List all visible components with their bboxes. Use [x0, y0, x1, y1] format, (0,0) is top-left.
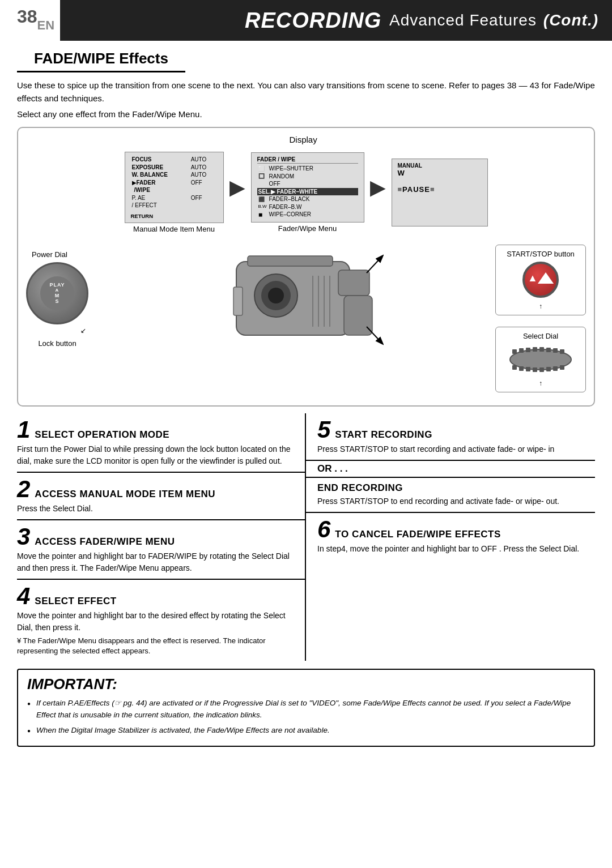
step-3: 3 ACCESS FADER/WIPE MENU Move the pointe…	[17, 520, 305, 580]
svg-rect-28	[546, 367, 551, 371]
page-header: 38EN RECORDING Advanced Features (Cont.)	[0, 0, 612, 41]
menu2-caption: Fader/Wipe Menu	[278, 224, 337, 233]
manual-w: W	[398, 169, 405, 177]
or-text: OR . . .	[317, 463, 348, 474]
manual-label: MANUAL	[398, 163, 422, 169]
important-title: IMPORTANT:	[27, 675, 585, 693]
step-2-body: Press the Select Dial.	[17, 503, 297, 515]
svg-rect-4	[338, 270, 369, 296]
svg-rect-23	[512, 365, 517, 370]
step-1: 1 SELECT OPERATION MODE First turn the P…	[17, 413, 305, 473]
svg-rect-6	[344, 296, 372, 335]
step-6-number: 6	[317, 518, 330, 541]
power-dial: PLAY A M S	[26, 262, 88, 324]
select-dial-arrow-up: ↑	[539, 379, 542, 387]
manual-mode-menu-screen: FOCUSAUTO EXPOSUREAUTO W. BALANCEAUTO ▶F…	[125, 152, 224, 223]
svg-rect-19	[539, 347, 544, 352]
intro-text: Use these to spice up the transition fro…	[0, 75, 612, 107]
power-dial-area: Power Dial PLAY A M S ↙ Lock button	[26, 250, 88, 348]
step-6: 6 TO CANCEL FADE/WIPE EFFECTS In step4, …	[306, 513, 595, 559]
step-6-title: TO CANCEL FADE/WIPE EFFECTS	[335, 529, 500, 540]
svg-rect-5	[248, 256, 333, 266]
title-cont: (Cont.)	[543, 11, 598, 29]
steps-section: 1 SELECT OPERATION MODE First turn the P…	[17, 413, 595, 661]
page-num-text: 38	[17, 6, 37, 27]
svg-rect-27	[539, 367, 544, 372]
step-2-title: ACCESS MANUAL MODE ITEM MENU	[35, 489, 215, 500]
step-2: 2 ACCESS MANUAL MODE ITEM MENU Press the…	[17, 473, 305, 520]
step-4-title: SELECT EFFECT	[35, 596, 116, 607]
dial-arrow: ↙	[80, 327, 86, 335]
arrow-1: ▶	[230, 176, 245, 199]
important-bullet-1: If certain P.AE/Effects (☞ pg. 44) are a…	[27, 698, 585, 721]
pause-line: ≡PAUSE≡	[398, 185, 435, 194]
step-3-title: ACCESS FADER/WIPE MENU	[35, 536, 175, 548]
svg-rect-21	[553, 348, 558, 353]
step-3-number: 3	[17, 525, 30, 549]
step-3-body: Move the pointer and highlight bar to FA…	[17, 550, 297, 574]
svg-rect-26	[533, 367, 537, 372]
svg-rect-18	[533, 347, 537, 352]
step-5-title: START RECORDING	[335, 429, 432, 441]
step-1-title: SELECT OPERATION MODE	[35, 429, 169, 441]
step-5-number: 5	[317, 418, 330, 442]
title-advanced: Advanced Features	[389, 11, 537, 29]
manual-pause-screen: MANUAL W ≡PAUSE≡	[392, 159, 488, 226]
step-1-body: First turn the Power Dial to while press…	[17, 443, 297, 467]
start-stop-arrow-icon: ▲	[528, 272, 538, 284]
step-5-body: Press START/STOP to start recording and …	[317, 443, 587, 455]
step-1-number: 1	[17, 418, 30, 442]
select-text: Select any one effect from the Fader/Wip…	[0, 107, 612, 122]
start-stop-label: START/STOP button	[507, 250, 575, 258]
svg-rect-30	[560, 365, 564, 370]
important-bullet-2-text: When the Digital Image Stabilizer is act…	[36, 726, 330, 734]
camera-svg-area	[100, 239, 486, 364]
menu-row: FOCUSAUTO EXPOSUREAUTO W. BALANCEAUTO ▶F…	[26, 152, 586, 233]
end-recording-body: Press START/STOP to end recording and ac…	[317, 495, 587, 507]
diagram-box: Display FOCUSAUTO EXPOSUREAUTO W. BALANC…	[17, 127, 595, 407]
svg-point-3	[268, 288, 284, 303]
important-box: IMPORTANT: If certain P.AE/Effects (☞ pg…	[17, 669, 595, 747]
steps-right-col: 5 START RECORDING Press START/STOP to st…	[306, 413, 595, 661]
important-bullet-2: When the Digital Image Stabilizer is act…	[27, 725, 585, 737]
page-number: 38EN	[0, 0, 54, 41]
step-4-body: Move the pointer and highlight bar to th…	[17, 610, 297, 634]
svg-rect-29	[553, 366, 558, 371]
step-4: 4 SELECT EFFECT Move the pointer and hig…	[17, 580, 305, 661]
lock-label: Lock button	[38, 339, 76, 348]
svg-line-12	[367, 256, 382, 273]
return-row: RETURN	[131, 213, 218, 219]
svg-rect-15	[512, 349, 517, 354]
svg-rect-11	[233, 287, 243, 315]
display-label: Display	[289, 135, 317, 144]
header-title-bar: RECORDING Advanced Features (Cont.)	[60, 0, 612, 41]
steps-left-col: 1 SELECT OPERATION MODE First turn the P…	[17, 413, 306, 661]
svg-rect-25	[526, 367, 530, 371]
step-2-number: 2	[17, 477, 30, 501]
svg-rect-22	[560, 349, 564, 354]
start-stop-button[interactable]: ▲	[522, 262, 559, 298]
section-title: FADE/WIPE Effects	[17, 44, 185, 72]
important-bullet-1-text: If certain P.AE/Effects (☞ pg. 44) are a…	[36, 699, 571, 719]
step-4-number: 4	[17, 584, 30, 608]
step-4-note: ¥ The Fader/Wipe Menu disappears and the…	[17, 636, 297, 656]
section-title-wrap: FADE/WIPE Effects	[0, 41, 612, 75]
select-dial-svg	[507, 344, 575, 375]
camcorder-area: Power Dial PLAY A M S ↙ Lock button	[26, 239, 586, 397]
svg-rect-16	[519, 348, 524, 353]
svg-rect-20	[546, 348, 551, 352]
step-6-body: In step4, move the pointer and highlight…	[317, 543, 587, 555]
right-controls: START/STOP button ▲ ↑ Select Dial	[495, 245, 586, 392]
svg-rect-17	[526, 348, 530, 352]
menu1-caption: Manual Mode Item Menu	[133, 225, 215, 233]
camera-svg	[202, 239, 384, 364]
or-item: OR . . .	[306, 461, 595, 478]
power-dial-label: Power Dial	[32, 250, 67, 259]
step-5: 5 START RECORDING Press START/STOP to st…	[306, 413, 595, 461]
select-dial-label: Select Dial	[523, 332, 558, 340]
fader-wipe-title: FADER / WIPE	[257, 156, 358, 164]
fader-wipe-menu-screen: FADER / WIPE ⬜WIPE–SHUTTER 🔲RANDOM OFF S…	[251, 152, 364, 223]
title-recording: RECORDING	[245, 8, 381, 33]
end-recording-title: END RECORDING	[317, 482, 403, 494]
start-stop-upward-arrow: ↑	[539, 302, 542, 310]
